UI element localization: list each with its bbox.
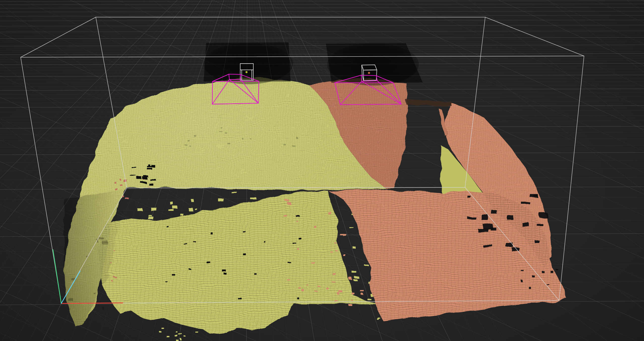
image-plane-right[interactable] — [326, 43, 423, 86]
scene-canvas — [0, 0, 644, 341]
camera-point — [246, 71, 248, 73]
camera-point — [368, 72, 370, 74]
image-plane-right-shadow — [327, 43, 419, 86]
viewport-3d[interactable] — [0, 0, 644, 341]
axis-x-line — [61, 303, 123, 303]
